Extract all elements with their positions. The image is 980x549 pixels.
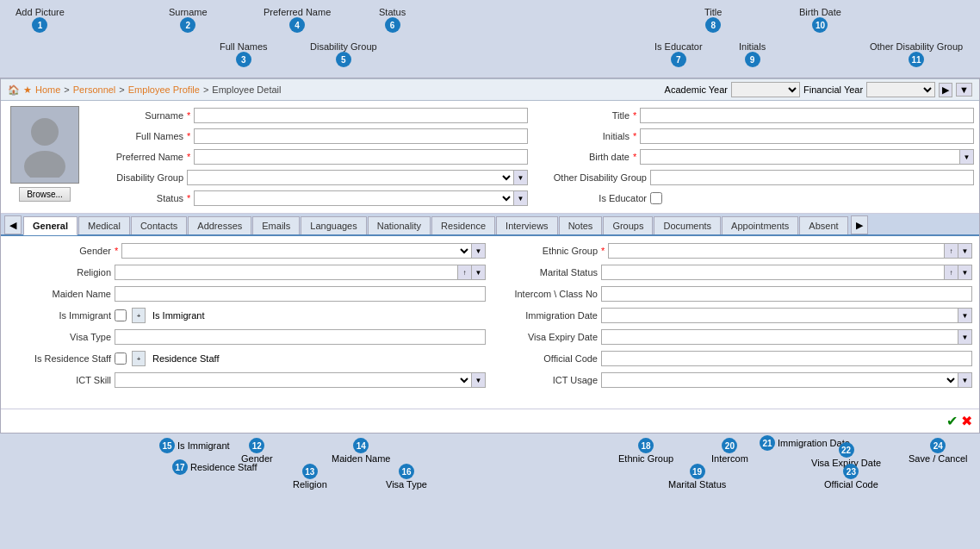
badge-21: 21 — [760, 435, 775, 451]
breadcrumb-personnel[interactable]: Personnel — [73, 84, 116, 95]
tab-groups[interactable]: Groups — [603, 216, 653, 234]
badge-17: 17 — [172, 459, 188, 475]
title-input[interactable] — [640, 108, 974, 123]
tab-absent[interactable]: Absent — [799, 216, 847, 234]
birthdate-input[interactable] — [640, 149, 960, 165]
browse-button[interactable]: Browse... — [19, 187, 71, 202]
tab-notes[interactable]: Notes — [559, 216, 603, 234]
religion-btn1[interactable]: ↑ — [458, 265, 472, 280]
tab-next-btn[interactable]: ▶ — [851, 215, 868, 234]
is-residence-staff-row: Is Residence Staff + Residence Staff — [8, 349, 486, 368]
visa-type-label: Visa Type — [8, 332, 111, 342]
ethnic-group-drop-btn[interactable]: ▼ — [958, 243, 972, 259]
badge-3: 3 — [236, 52, 251, 67]
toolbar-action-btn2[interactable]: ▼ — [956, 83, 972, 97]
academic-year-select[interactable] — [731, 82, 800, 97]
tab-residence[interactable]: Residence — [431, 216, 495, 234]
status-label: Status — [89, 193, 183, 203]
religion-drop-btn[interactable]: ▼ — [472, 265, 486, 280]
badge-14: 14 — [353, 438, 369, 453]
iseducator-checkbox[interactable] — [650, 192, 662, 204]
badge-12: 12 — [249, 438, 264, 453]
gender-drop-btn[interactable]: ▼ — [472, 243, 486, 259]
is-immigrant-checkbox[interactable] — [115, 309, 127, 321]
ict-skill-label: ICT Skill — [8, 375, 111, 385]
initials-input[interactable] — [640, 128, 974, 144]
official-code-row: Official Code — [494, 349, 972, 368]
financial-year-select[interactable] — [866, 82, 935, 97]
tab-emails[interactable]: Emails — [252, 216, 300, 234]
badge-8: 8 — [705, 17, 721, 33]
maiden-name-input[interactable] — [115, 286, 486, 302]
intercom-row: Intercom \ Class No — [494, 284, 972, 303]
visa-expiry-input[interactable] — [601, 329, 958, 345]
gender-select[interactable] — [121, 243, 472, 259]
breadcrumb-employee-profile[interactable]: Employee Profile — [128, 84, 200, 95]
intercom-label: Intercom \ Class No — [494, 289, 598, 299]
tab-prev-btn[interactable]: ◀ — [4, 215, 22, 234]
badge-22: 22 — [839, 442, 854, 458]
tab-medical[interactable]: Medical — [78, 216, 130, 234]
is-immigrant-row: Is Immigrant + Is Immigrant — [8, 306, 486, 325]
official-code-input[interactable] — [601, 351, 972, 366]
ethnic-group-input[interactable] — [608, 243, 945, 259]
disability-drop-btn[interactable]: ▼ — [514, 170, 528, 185]
breadcrumb-home[interactable]: Home — [35, 84, 60, 95]
label-religion-bottom: 13 Religion — [293, 464, 327, 490]
surname-input[interactable] — [194, 108, 528, 123]
is-residence-staff-checkbox[interactable] — [115, 352, 127, 365]
badge-20: 20 — [722, 438, 737, 453]
ict-usage-select[interactable] — [601, 372, 958, 388]
is-immigrant-check-label: Is Immigrant — [152, 310, 205, 321]
ict-skill-drop-btn[interactable]: ▼ — [472, 372, 486, 388]
avatar — [10, 106, 79, 184]
tab-documents[interactable]: Documents — [654, 216, 721, 234]
marital-status-drop-btn[interactable]: ▼ — [958, 265, 972, 280]
save-button[interactable]: ✔ — [946, 413, 958, 429]
status-drop-btn[interactable]: ▼ — [514, 190, 528, 206]
label-residencestaff-bottom: 17 Residence Staff — [172, 459, 257, 475]
tab-contacts[interactable]: Contacts — [131, 216, 187, 234]
immigration-date-drop-btn[interactable]: ▼ — [958, 308, 972, 323]
title-label: Title — [535, 110, 630, 121]
birthdate-label: Birth date — [535, 152, 630, 162]
badge-19: 19 — [690, 464, 705, 479]
ict-usage-drop-btn[interactable]: ▼ — [958, 372, 972, 388]
badge-24: 24 — [930, 438, 946, 453]
tab-appointments[interactable]: Appointments — [722, 216, 798, 234]
intercom-input[interactable] — [601, 286, 972, 302]
immigration-date-input[interactable] — [601, 308, 958, 323]
ethnic-group-label: Ethnic Group — [494, 246, 598, 256]
is-immigrant-expand[interactable]: + — [132, 308, 146, 323]
toolbar-action-btn[interactable]: ▶ — [939, 83, 952, 97]
fullnames-input[interactable] — [194, 128, 528, 144]
visa-expiry-drop-btn[interactable]: ▼ — [958, 329, 972, 345]
religion-input[interactable] — [115, 265, 458, 280]
ict-usage-label: ICT Usage — [494, 375, 598, 385]
marital-status-btn1[interactable]: ↑ — [945, 265, 958, 280]
tab-general[interactable]: General — [23, 216, 78, 235]
ethnic-group-btn1[interactable]: ↑ — [945, 243, 958, 259]
disability-select[interactable] — [187, 170, 514, 185]
label-otherdisability-top: Other Disability Group 11 — [870, 41, 963, 67]
preferredname-input[interactable] — [194, 149, 528, 165]
residence-staff-expand[interactable]: + — [132, 351, 146, 366]
birthdate-picker-btn[interactable]: ▼ — [960, 149, 974, 165]
marital-status-input[interactable] — [601, 265, 945, 280]
home-icon[interactable]: 🏠 — [8, 84, 20, 96]
other-disability-input[interactable] — [650, 170, 974, 185]
visa-type-input[interactable] — [115, 329, 486, 345]
tab-interviews[interactable]: Interviews — [496, 216, 558, 234]
tab-nationality[interactable]: Nationality — [368, 216, 431, 234]
visa-expiry-row: Visa Expiry Date ▼ — [494, 328, 972, 346]
tab-languages[interactable]: Languages — [301, 216, 366, 234]
tab-addresses[interactable]: Addresses — [188, 216, 251, 234]
ict-skill-select[interactable] — [115, 372, 472, 388]
star-icon[interactable]: ★ — [23, 84, 32, 96]
general-tab-content: Gender * ▼ Ethnic Group * ↑ ▼ Religion — [1, 236, 979, 409]
religion-label: Religion — [8, 267, 111, 278]
cancel-button[interactable]: ✖ — [961, 413, 972, 429]
status-select[interactable] — [194, 190, 514, 206]
maiden-name-label: Maiden Name — [8, 289, 111, 299]
religion-row: Religion ↑ ▼ — [8, 263, 486, 282]
